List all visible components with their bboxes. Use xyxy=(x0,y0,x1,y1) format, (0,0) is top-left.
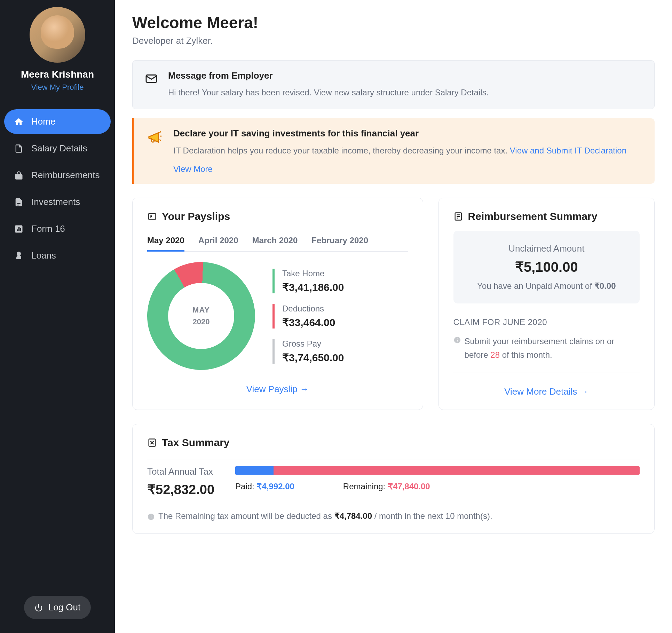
tax-total-value: ₹52,832.00 xyxy=(147,482,214,497)
stat-take-home: Take Home ₹3,41,186.00 xyxy=(272,269,408,293)
power-icon xyxy=(34,603,43,612)
logout-label: Log Out xyxy=(48,602,81,613)
page-title: Welcome Meera! xyxy=(132,13,655,32)
payslip-donut-chart: MAY 2020 xyxy=(147,262,255,370)
tab-april-2020[interactable]: April 2020 xyxy=(198,231,238,252)
it-declaration-link[interactable]: View and Submit IT Declaration xyxy=(510,146,626,155)
message-body: Hi there! Your salary has been revised. … xyxy=(168,86,489,99)
tax-bar-chart xyxy=(235,466,640,475)
payslips-card: Your Payslips May 2020 April 2020 March … xyxy=(132,198,423,410)
nav-menu: Home Salary Details Reimbursements Inves… xyxy=(4,102,111,596)
tax-note-suffix: / month in the next 10 month(s). xyxy=(372,511,492,521)
tax-title: Tax Summary xyxy=(162,437,230,449)
sidebar-item-home[interactable]: Home xyxy=(4,109,111,134)
claim-suffix: of this month. xyxy=(500,350,552,359)
tax-body: Total Annual Tax ₹52,832.00 Paid: ₹4,992… xyxy=(147,459,640,497)
info-icon xyxy=(453,336,461,344)
tab-may-2020[interactable]: May 2020 xyxy=(147,231,184,252)
sidebar: Meera Krishnan View My Profile Home Sala… xyxy=(0,0,115,633)
cards-row: Your Payslips May 2020 April 2020 March … xyxy=(132,198,655,410)
unpaid-prefix: You have an Unpaid Amount of xyxy=(477,281,594,291)
reimbursement-title: Reimbursement Summary xyxy=(468,211,598,222)
sidebar-item-label: Salary Details xyxy=(31,143,87,154)
sidebar-item-investments[interactable]: Investments xyxy=(4,190,111,214)
megaphone-icon xyxy=(147,129,163,145)
payslip-tabs: May 2020 April 2020 March 2020 February … xyxy=(147,231,408,252)
donut-year: 2020 xyxy=(193,317,210,326)
claim-section: CLAIM FOR JUNE 2020 Submit your reimburs… xyxy=(453,317,640,372)
form16-icon xyxy=(14,224,24,234)
view-profile-link[interactable]: View My Profile xyxy=(31,83,84,92)
loans-icon xyxy=(14,251,24,261)
tax-legend: Paid: ₹4,992.00 Remaining: ₹47,840.00 xyxy=(235,482,640,491)
avatar[interactable] xyxy=(30,7,85,63)
stat-gross: Gross Pay ₹3,74,650.00 xyxy=(272,339,408,364)
notice-body-text: IT Declaration helps you reduce your tax… xyxy=(173,146,510,155)
tax-total-label: Total Annual Tax xyxy=(147,466,214,477)
claim-text: Submit your reimbursement claims on or b… xyxy=(453,335,640,362)
main-content: Welcome Meera! Developer at Zylker. Mess… xyxy=(115,0,672,633)
claim-date: 28 xyxy=(490,350,500,359)
investments-icon xyxy=(14,197,24,207)
reimbursement-icon xyxy=(453,212,463,221)
sidebar-item-label: Investments xyxy=(31,197,80,207)
home-icon xyxy=(14,117,24,127)
profile-section: Meera Krishnan View My Profile xyxy=(4,7,111,102)
message-title: Message from Employer xyxy=(168,70,489,81)
it-declaration-notice: Declare your IT saving investments for t… xyxy=(132,118,655,184)
sidebar-item-loans[interactable]: Loans xyxy=(4,243,111,268)
reimbursement-footer: View More Details → xyxy=(453,386,640,397)
tax-note-prefix: The Remaining tax amount will be deducte… xyxy=(158,511,334,521)
reimburse-icon xyxy=(14,171,24,180)
paid-label: Paid: xyxy=(235,482,256,491)
remaining-value: ₹47,840.00 xyxy=(388,482,430,491)
info-icon xyxy=(147,513,155,521)
payslip-body: MAY 2020 Take Home ₹3,41,186.00 Deductio… xyxy=(147,262,408,370)
tax-summary-card: Tax Summary Total Annual Tax ₹52,832.00 … xyxy=(132,424,655,534)
view-more-link[interactable]: View More xyxy=(173,164,213,174)
view-more-details-link[interactable]: View More Details → xyxy=(504,386,588,397)
stat-label: Take Home xyxy=(282,269,408,278)
salary-icon xyxy=(14,144,24,153)
remaining-label: Remaining: xyxy=(343,482,388,491)
tax-note-amount: ₹4,784.00 xyxy=(334,511,372,521)
paid-value: ₹4,992.00 xyxy=(256,482,294,491)
tax-remaining-legend: Remaining: ₹47,840.00 xyxy=(343,482,430,491)
sidebar-item-salary[interactable]: Salary Details xyxy=(4,136,111,161)
svg-line-2 xyxy=(159,132,161,133)
payslips-header: Your Payslips xyxy=(147,211,408,222)
tab-february-2020[interactable]: February 2020 xyxy=(311,231,368,252)
profile-name: Meera Krishnan xyxy=(4,69,111,80)
svg-line-4 xyxy=(159,140,161,141)
notice-title: Declare your IT saving investments for t… xyxy=(173,128,626,139)
notice-body: IT Declaration helps you reduce your tax… xyxy=(173,144,626,158)
payslips-title: Your Payslips xyxy=(162,211,230,222)
tax-progress: Paid: ₹4,992.00 Remaining: ₹47,840.00 xyxy=(235,466,640,491)
logout-button[interactable]: Log Out xyxy=(24,596,91,619)
tax-bar-paid-segment xyxy=(235,466,274,475)
unpaid-text: You have an Unpaid Amount of ₹0.00 xyxy=(466,281,627,291)
tab-march-2020[interactable]: March 2020 xyxy=(252,231,298,252)
payslip-icon xyxy=(147,212,157,221)
unclaimed-label: Unclaimed Amount xyxy=(466,243,627,254)
sidebar-item-reimbursements[interactable]: Reimbursements xyxy=(4,163,111,188)
tax-total: Total Annual Tax ₹52,832.00 xyxy=(147,466,214,497)
stat-value: ₹3,41,186.00 xyxy=(282,281,408,293)
claim-label: CLAIM FOR JUNE 2020 xyxy=(453,317,640,327)
view-payslip-link[interactable]: View Payslip → xyxy=(246,384,309,394)
tax-note: The Remaining tax amount will be deducte… xyxy=(147,511,640,521)
unclaimed-box: Unclaimed Amount ₹5,100.00 You have an U… xyxy=(453,231,640,303)
stat-label: Gross Pay xyxy=(282,339,408,349)
stat-value: ₹3,74,650.00 xyxy=(282,351,408,364)
donut-month: MAY xyxy=(192,306,210,315)
sidebar-item-form16[interactable]: Form 16 xyxy=(4,216,111,241)
payslip-stats: Take Home ₹3,41,186.00 Deductions ₹33,46… xyxy=(272,269,408,364)
tax-header: Tax Summary xyxy=(147,437,640,449)
unclaimed-amount: ₹5,100.00 xyxy=(466,259,627,275)
payslip-footer: View Payslip → xyxy=(147,384,408,395)
sidebar-item-label: Home xyxy=(31,116,55,127)
reimbursement-card: Reimbursement Summary Unclaimed Amount ₹… xyxy=(438,198,655,410)
page-subtitle: Developer at Zylker. xyxy=(132,35,655,46)
reimbursement-header: Reimbursement Summary xyxy=(453,211,640,222)
unpaid-amount: ₹0.00 xyxy=(594,281,616,291)
